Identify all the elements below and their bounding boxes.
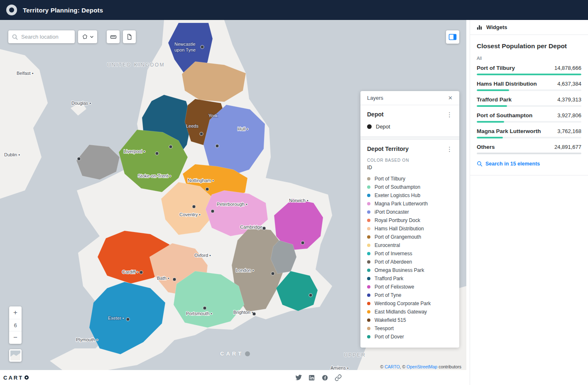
widget-row-bar <box>477 153 581 154</box>
legend-color-dot <box>367 177 370 180</box>
depot-marker[interactable] <box>271 272 274 275</box>
linkedin-icon[interactable] <box>308 374 315 381</box>
close-icon[interactable]: ✕ <box>448 95 453 101</box>
legend-color-dot <box>367 318 370 322</box>
depot-marker[interactable] <box>309 294 312 297</box>
top-bar: Territory Planning: Depots <box>0 0 588 20</box>
legend-item: Trafford Park <box>367 274 453 283</box>
legend-item: East Midlands Gateway <box>367 308 453 316</box>
depot-marker[interactable] <box>301 241 304 244</box>
legend-color-dot <box>367 202 370 205</box>
depot-marker[interactable] <box>203 306 206 310</box>
legend-item: iPort Doncaster <box>367 208 453 216</box>
legend-item: Port of Inverness <box>367 249 453 258</box>
widget-search-link[interactable]: Search in 15 elements <box>477 161 581 167</box>
map-label: Hull • <box>238 126 248 131</box>
search-input[interactable] <box>21 34 71 40</box>
widget-row-value: 3,927,806 <box>557 112 581 118</box>
chevron-down-icon <box>90 36 93 38</box>
depot-marker[interactable] <box>201 45 204 49</box>
widget-row[interactable]: Trafford Park4,379,313 <box>477 96 581 107</box>
legend-item: Magna Park Lutterworth <box>367 200 453 208</box>
widget-row-label: Magna Park Lutterworth <box>477 128 541 134</box>
twitter-icon[interactable] <box>295 374 302 381</box>
widget-row-label: Trafford Park <box>477 96 512 103</box>
selection-tool-button[interactable] <box>78 30 97 43</box>
depot-marker[interactable] <box>169 145 172 148</box>
widget-row-label: Hams Hall Distribution <box>477 81 537 87</box>
legend-color-dot <box>367 260 370 264</box>
legend-color-dot <box>367 185 370 189</box>
depot-marker[interactable] <box>262 227 266 230</box>
widget-row[interactable]: Hams Hall Distribution4,637,384 <box>477 81 581 91</box>
legend-label: Hams Hall Distribution <box>375 226 424 232</box>
facebook-icon[interactable] <box>321 374 328 381</box>
widgets-toggle-button[interactable] <box>446 30 459 44</box>
widget-row[interactable]: Others24,891,677 <box>477 144 581 154</box>
depot-marker[interactable] <box>206 188 209 191</box>
legend-label: Port of Southampton <box>375 184 420 190</box>
widget-row-value: 4,379,313 <box>557 96 581 103</box>
widget-row-value: 4,637,384 <box>557 81 581 87</box>
legend-label: Trafford Park <box>375 276 403 281</box>
side-panel-icon <box>448 33 457 41</box>
map-label: Belfast • <box>17 71 34 76</box>
widget-row[interactable]: Port of Southampton3,927,806 <box>477 112 581 123</box>
map-label: UPPER <box>344 352 366 358</box>
legend-label: Port of Tyne <box>375 292 401 298</box>
widget-row[interactable]: Port of Tilbury14,878,666 <box>477 65 581 75</box>
depot-marker[interactable] <box>216 144 219 148</box>
search-icon <box>477 161 483 167</box>
widget-row-bar <box>477 89 581 91</box>
widgets-header-label: Widgets <box>486 24 507 30</box>
depot-marker[interactable] <box>173 278 176 281</box>
legend-color-dot <box>367 227 370 230</box>
share-link-icon[interactable] <box>335 374 342 381</box>
depot-marker[interactable] <box>77 157 81 160</box>
measure-tool-button[interactable] <box>107 30 120 43</box>
legend-label: East Midlands Gateway <box>375 309 427 315</box>
map-label: Leeds <box>186 123 198 128</box>
population-widget: Closest Population per Depot All Port of… <box>470 35 588 175</box>
map-canvas[interactable]: UNITED KINGDOMBelfast •Douglas •Dublin •… <box>0 20 466 370</box>
attribution-link[interactable]: OpenStreetMap <box>407 364 437 369</box>
depot-marker[interactable] <box>252 312 256 316</box>
depot-marker[interactable] <box>140 271 143 274</box>
map-label: Liverpool • <box>124 149 145 154</box>
map-attribution: © CARTO, © OpenStreetMap contributors <box>380 364 461 369</box>
widget-search-label: Search in 15 elements <box>485 161 540 167</box>
layers-panel: Layers ✕ Depot ⋮ Depot Depot Territory ⋮ <box>360 91 459 348</box>
kebab-menu-icon[interactable]: ⋮ <box>446 146 453 152</box>
export-tool-button[interactable] <box>123 30 136 43</box>
bottom-bar: CART <box>0 370 470 385</box>
carto-watermark-text: CART <box>220 350 243 357</box>
depot-legend-item: Depot <box>367 123 453 130</box>
carto-watermark: CART <box>220 350 250 357</box>
kebab-menu-icon[interactable]: ⋮ <box>446 111 453 118</box>
legend-color-dot <box>367 294 370 297</box>
depot-marker[interactable] <box>200 132 203 136</box>
zoom-out-button[interactable]: − <box>9 331 22 344</box>
widget-row-label: Port of Tilbury <box>477 65 515 71</box>
attribution-text: © <box>380 364 385 369</box>
widget-row[interactable]: Magna Park Lutterworth3,762,168 <box>477 128 581 138</box>
widget-row-value: 14,878,666 <box>554 65 581 71</box>
layers-panel-title: Layers <box>367 95 383 101</box>
depot-marker[interactable] <box>211 210 214 213</box>
color-field-name: ID <box>367 165 453 170</box>
legend-item: Omega Business Park <box>367 266 453 274</box>
zoom-in-button[interactable]: + <box>9 306 22 319</box>
minimap-toggle-button[interactable] <box>9 349 22 362</box>
attribution-link[interactable]: CARTO <box>385 364 399 369</box>
widget-filter-label: All <box>477 56 581 61</box>
depot-marker[interactable] <box>155 152 159 155</box>
legend-color-dot <box>367 310 370 313</box>
carto-logo-ring <box>24 375 29 380</box>
attribution-text: contributors <box>437 364 461 369</box>
depot-marker[interactable] <box>192 205 196 208</box>
map-label: Cambridge • <box>240 225 265 230</box>
carto-logo[interactable]: CART <box>3 375 29 381</box>
map-label: Portsmouth • <box>186 311 212 316</box>
legend-item: Port of Tyne <box>367 291 453 299</box>
depot-marker[interactable] <box>126 318 130 321</box>
